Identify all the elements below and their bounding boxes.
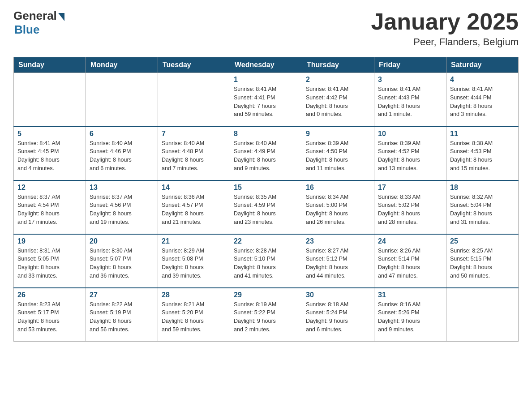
day-info: Sunrise: 8:16 AM Sunset: 5:26 PM Dayligh… bbox=[378, 300, 442, 334]
day-info: Sunrise: 8:35 AM Sunset: 4:59 PM Dayligh… bbox=[234, 193, 298, 227]
calendar-cell: 1Sunrise: 8:41 AM Sunset: 4:41 PM Daylig… bbox=[230, 73, 302, 127]
calendar-header-thursday: Thursday bbox=[302, 57, 374, 73]
calendar-cell: 3Sunrise: 8:41 AM Sunset: 4:43 PM Daylig… bbox=[374, 73, 446, 127]
calendar-cell: 21Sunrise: 8:29 AM Sunset: 5:08 PM Dayli… bbox=[158, 234, 230, 288]
calendar-cell: 24Sunrise: 8:26 AM Sunset: 5:14 PM Dayli… bbox=[374, 234, 446, 288]
logo-general-text: General bbox=[13, 9, 57, 23]
day-info: Sunrise: 8:41 AM Sunset: 4:41 PM Dayligh… bbox=[234, 85, 298, 119]
day-info: Sunrise: 8:40 AM Sunset: 4:49 PM Dayligh… bbox=[234, 139, 298, 173]
day-number: 18 bbox=[450, 184, 515, 192]
calendar-cell: 26Sunrise: 8:23 AM Sunset: 5:17 PM Dayli… bbox=[14, 288, 86, 342]
day-number: 3 bbox=[378, 76, 442, 84]
calendar-cell: 30Sunrise: 8:18 AM Sunset: 5:24 PM Dayli… bbox=[302, 288, 374, 342]
day-info: Sunrise: 8:38 AM Sunset: 4:53 PM Dayligh… bbox=[450, 139, 515, 173]
day-number: 17 bbox=[378, 184, 442, 192]
day-info: Sunrise: 8:27 AM Sunset: 5:12 PM Dayligh… bbox=[306, 247, 370, 280]
day-info: Sunrise: 8:41 AM Sunset: 4:45 PM Dayligh… bbox=[17, 139, 82, 173]
calendar-cell bbox=[14, 73, 86, 127]
logo: General Blue bbox=[13, 9, 64, 37]
day-number: 24 bbox=[378, 237, 442, 245]
calendar-cell: 18Sunrise: 8:32 AM Sunset: 5:04 PM Dayli… bbox=[446, 180, 519, 234]
day-number: 6 bbox=[90, 130, 154, 138]
day-number: 31 bbox=[378, 291, 442, 299]
calendar-cell bbox=[86, 73, 158, 127]
day-info: Sunrise: 8:32 AM Sunset: 5:04 PM Dayligh… bbox=[450, 193, 515, 227]
day-number: 16 bbox=[306, 184, 370, 192]
day-number: 22 bbox=[234, 237, 298, 245]
day-number: 13 bbox=[90, 184, 154, 192]
calendar-header-row: SundayMondayTuesdayWednesdayThursdayFrid… bbox=[14, 57, 519, 73]
calendar-cell: 2Sunrise: 8:41 AM Sunset: 4:42 PM Daylig… bbox=[302, 73, 374, 127]
day-number: 4 bbox=[450, 76, 515, 84]
day-number: 23 bbox=[306, 237, 370, 245]
day-info: Sunrise: 8:40 AM Sunset: 4:48 PM Dayligh… bbox=[162, 139, 226, 173]
calendar-cell: 23Sunrise: 8:27 AM Sunset: 5:12 PM Dayli… bbox=[302, 234, 374, 288]
day-info: Sunrise: 8:39 AM Sunset: 4:50 PM Dayligh… bbox=[306, 139, 370, 173]
day-info: Sunrise: 8:41 AM Sunset: 4:44 PM Dayligh… bbox=[450, 85, 515, 119]
day-info: Sunrise: 8:29 AM Sunset: 5:08 PM Dayligh… bbox=[162, 247, 226, 280]
calendar-header-friday: Friday bbox=[374, 57, 446, 73]
calendar-header-monday: Monday bbox=[86, 57, 158, 73]
day-number: 12 bbox=[17, 184, 82, 192]
calendar-week-row: 26Sunrise: 8:23 AM Sunset: 5:17 PM Dayli… bbox=[14, 288, 519, 342]
calendar-cell: 6Sunrise: 8:40 AM Sunset: 4:46 PM Daylig… bbox=[86, 127, 158, 180]
calendar-cell: 9Sunrise: 8:39 AM Sunset: 4:50 PM Daylig… bbox=[302, 127, 374, 180]
day-info: Sunrise: 8:19 AM Sunset: 5:22 PM Dayligh… bbox=[234, 300, 298, 334]
day-info: Sunrise: 8:21 AM Sunset: 5:20 PM Dayligh… bbox=[162, 300, 226, 334]
calendar-cell: 15Sunrise: 8:35 AM Sunset: 4:59 PM Dayli… bbox=[230, 180, 302, 234]
calendar-week-row: 12Sunrise: 8:37 AM Sunset: 4:54 PM Dayli… bbox=[14, 180, 519, 234]
calendar-cell bbox=[158, 73, 230, 127]
calendar-cell: 22Sunrise: 8:28 AM Sunset: 5:10 PM Dayli… bbox=[230, 234, 302, 288]
day-number: 27 bbox=[90, 291, 154, 299]
calendar-cell: 5Sunrise: 8:41 AM Sunset: 4:45 PM Daylig… bbox=[14, 127, 86, 180]
calendar-cell: 8Sunrise: 8:40 AM Sunset: 4:49 PM Daylig… bbox=[230, 127, 302, 180]
calendar-cell: 10Sunrise: 8:39 AM Sunset: 4:52 PM Dayli… bbox=[374, 127, 446, 180]
title-section: January 2025 Peer, Flanders, Belgium bbox=[371, 9, 519, 48]
calendar-cell bbox=[446, 288, 519, 342]
day-info: Sunrise: 8:22 AM Sunset: 5:19 PM Dayligh… bbox=[90, 300, 154, 334]
logo-blue-text: Blue bbox=[14, 23, 39, 37]
calendar-cell: 28Sunrise: 8:21 AM Sunset: 5:20 PM Dayli… bbox=[158, 288, 230, 342]
calendar-header-sunday: Sunday bbox=[14, 57, 86, 73]
calendar-cell: 19Sunrise: 8:31 AM Sunset: 5:05 PM Dayli… bbox=[14, 234, 86, 288]
calendar-cell: 27Sunrise: 8:22 AM Sunset: 5:19 PM Dayli… bbox=[86, 288, 158, 342]
day-info: Sunrise: 8:36 AM Sunset: 4:57 PM Dayligh… bbox=[162, 193, 226, 227]
day-info: Sunrise: 8:31 AM Sunset: 5:05 PM Dayligh… bbox=[17, 247, 82, 280]
calendar-table: SundayMondayTuesdayWednesdayThursdayFrid… bbox=[13, 57, 519, 342]
calendar-week-row: 1Sunrise: 8:41 AM Sunset: 4:41 PM Daylig… bbox=[14, 73, 519, 127]
day-number: 20 bbox=[90, 237, 154, 245]
day-number: 28 bbox=[162, 291, 226, 299]
calendar-cell: 29Sunrise: 8:19 AM Sunset: 5:22 PM Dayli… bbox=[230, 288, 302, 342]
day-number: 26 bbox=[17, 291, 82, 299]
day-number: 9 bbox=[306, 130, 370, 138]
day-number: 29 bbox=[234, 291, 298, 299]
calendar-header-tuesday: Tuesday bbox=[158, 57, 230, 73]
day-number: 10 bbox=[378, 130, 442, 138]
day-info: Sunrise: 8:30 AM Sunset: 5:07 PM Dayligh… bbox=[90, 247, 154, 280]
calendar-cell: 7Sunrise: 8:40 AM Sunset: 4:48 PM Daylig… bbox=[158, 127, 230, 180]
calendar-cell: 17Sunrise: 8:33 AM Sunset: 5:02 PM Dayli… bbox=[374, 180, 446, 234]
day-info: Sunrise: 8:41 AM Sunset: 4:42 PM Dayligh… bbox=[306, 85, 370, 119]
day-number: 21 bbox=[162, 237, 226, 245]
calendar-cell: 4Sunrise: 8:41 AM Sunset: 4:44 PM Daylig… bbox=[446, 73, 519, 127]
day-info: Sunrise: 8:18 AM Sunset: 5:24 PM Dayligh… bbox=[306, 300, 370, 334]
day-number: 7 bbox=[162, 130, 226, 138]
calendar-header-saturday: Saturday bbox=[446, 57, 519, 73]
calendar-cell: 14Sunrise: 8:36 AM Sunset: 4:57 PM Dayli… bbox=[158, 180, 230, 234]
calendar-cell: 16Sunrise: 8:34 AM Sunset: 5:00 PM Dayli… bbox=[302, 180, 374, 234]
logo-triangle-icon bbox=[58, 13, 64, 21]
page-header: General Blue January 2025 Peer, Flanders… bbox=[13, 9, 519, 48]
day-number: 15 bbox=[234, 184, 298, 192]
day-number: 25 bbox=[450, 237, 515, 245]
calendar-week-row: 5Sunrise: 8:41 AM Sunset: 4:45 PM Daylig… bbox=[14, 127, 519, 180]
day-info: Sunrise: 8:37 AM Sunset: 4:54 PM Dayligh… bbox=[17, 193, 82, 227]
day-info: Sunrise: 8:23 AM Sunset: 5:17 PM Dayligh… bbox=[17, 300, 82, 334]
day-info: Sunrise: 8:40 AM Sunset: 4:46 PM Dayligh… bbox=[90, 139, 154, 173]
month-title: January 2025 bbox=[371, 9, 519, 34]
calendar-header-wednesday: Wednesday bbox=[230, 57, 302, 73]
calendar-cell: 20Sunrise: 8:30 AM Sunset: 5:07 PM Dayli… bbox=[86, 234, 158, 288]
day-info: Sunrise: 8:33 AM Sunset: 5:02 PM Dayligh… bbox=[378, 193, 442, 227]
calendar-cell: 25Sunrise: 8:25 AM Sunset: 5:15 PM Dayli… bbox=[446, 234, 519, 288]
calendar-cell: 13Sunrise: 8:37 AM Sunset: 4:56 PM Dayli… bbox=[86, 180, 158, 234]
day-info: Sunrise: 8:41 AM Sunset: 4:43 PM Dayligh… bbox=[378, 85, 442, 119]
